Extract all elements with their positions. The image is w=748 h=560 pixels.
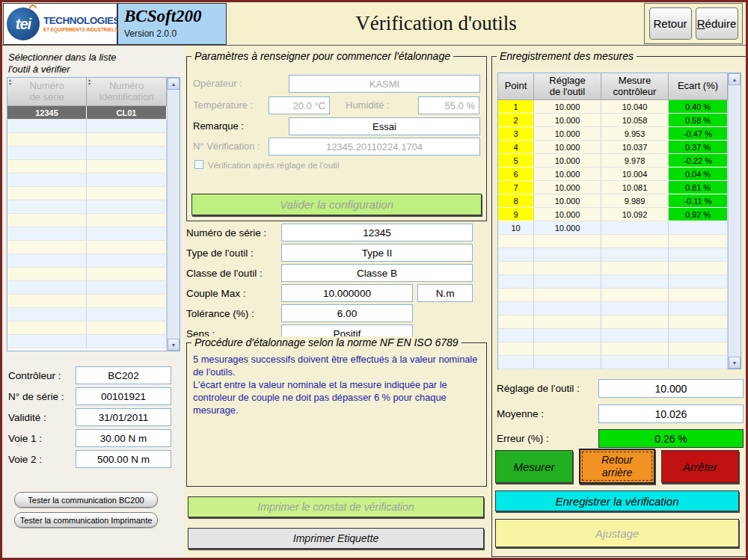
list-item-empty[interactable] — [7, 200, 167, 214]
sort-icon: ▲▼ — [88, 79, 91, 86]
column-header-numero-serie[interactable]: ▲▼ Numéro de série — [7, 78, 87, 106]
list-item-empty[interactable] — [7, 321, 167, 335]
list-item-empty[interactable] — [7, 214, 167, 227]
tool-classe-label: Classe de l'outil : — [186, 268, 281, 279]
cell-ecart: 0.92 % — [669, 208, 728, 221]
list-cell — [87, 254, 167, 268]
retour-arriere-button[interactable]: Retour arrière — [579, 449, 655, 484]
list-cell — [7, 335, 87, 348]
couple-max-unit-field[interactable]: N.m — [417, 284, 473, 302]
list-cell — [7, 227, 87, 241]
cell-ecart — [669, 316, 728, 329]
reglage-outil-field[interactable]: 10.000 — [598, 379, 744, 398]
procedure-group-title: Procédure d'étalonnage selon la norme NF… — [191, 336, 462, 348]
tool-list-scrollbar[interactable]: ▲ ▼ — [167, 78, 180, 351]
arreter-button[interactable]: Arrêter — [661, 450, 739, 483]
cell-ecart — [669, 235, 728, 248]
tool-list-body: 12345CL01 — [7, 106, 167, 348]
list-cell — [87, 173, 167, 187]
remarque-field[interactable]: Essai — [289, 117, 480, 135]
numero-serie-controleur-field[interactable]: 00101921 — [76, 387, 171, 405]
cell-ecart — [669, 262, 728, 275]
column-header-point: Point — [498, 73, 534, 100]
cell-reglage — [534, 235, 601, 248]
numero-verification-field[interactable]: 12345.20110224.1704 — [269, 138, 480, 156]
measure-row-empty — [498, 289, 728, 302]
cell-reglage: 10.000 — [534, 167, 601, 181]
ajustage-button[interactable]: Ajustage — [495, 519, 739, 547]
list-item-empty[interactable] — [7, 173, 167, 187]
cell-reglage: 10.000 — [534, 127, 601, 141]
cell-point — [498, 275, 534, 289]
list-cell — [87, 120, 167, 133]
tool-classe-field[interactable]: Classe B — [281, 264, 473, 282]
scroll-down-icon[interactable]: ▼ — [168, 339, 180, 351]
list-item-empty[interactable] — [7, 160, 167, 173]
voie2-field[interactable]: 500.00 N m — [76, 450, 171, 468]
list-item-empty[interactable] — [7, 227, 167, 241]
controleur-label: Contrôleur : — [8, 370, 76, 381]
test-communication-imprimante-button[interactable]: Tester la communication Imprimante — [14, 512, 158, 528]
list-item-empty[interactable] — [7, 335, 167, 348]
cell-reglage — [534, 356, 601, 369]
app-version: Version 2.0.0 — [124, 28, 220, 39]
verification-apres-reglage-checkbox[interactable] — [194, 160, 203, 169]
column-header-mesure: Mesure contrôleur — [601, 73, 669, 100]
voie1-field[interactable]: 30.00 N m — [76, 429, 171, 447]
column-header-ecart: Ecart (%) — [669, 73, 728, 100]
column-header-numero-identification[interactable]: ▲▼ Numéro Identification — [87, 78, 167, 106]
list-item-empty[interactable] — [7, 254, 167, 268]
cell-ecart: -0.11 % — [669, 194, 728, 208]
imprimer-constat-button[interactable]: Imprimer le constat de vérification — [188, 496, 484, 517]
list-item-empty[interactable] — [7, 147, 167, 160]
list-cell — [87, 147, 167, 160]
cell-mesure: 10.058 — [601, 114, 669, 127]
tool-numero-serie-field[interactable]: 12345 — [281, 224, 473, 241]
list-item-empty[interactable] — [7, 268, 167, 281]
humidite-field[interactable]: 55.0 % — [418, 96, 479, 114]
cell-mesure: 10.081 — [601, 181, 669, 194]
list-item-empty[interactable] — [7, 241, 167, 254]
list-item-empty[interactable] — [7, 133, 167, 147]
controleur-field[interactable]: BC202 — [76, 366, 171, 384]
tei-logo: tei TECHNOLOGIES ET EQUIPEMENTS INDUSTRI… — [3, 3, 117, 45]
couple-max-field[interactable]: 10.000000 — [281, 284, 413, 302]
test-communication-bc200-button[interactable]: Tester la communication BC200 — [14, 492, 158, 508]
validite-field[interactable]: 31/01/2011 — [76, 408, 171, 426]
measure-row: 1010.000 — [498, 221, 728, 235]
tool-type-field[interactable]: Type II — [281, 244, 473, 262]
list-item-selected[interactable]: 12345CL01 — [7, 106, 167, 120]
scroll-down-icon[interactable]: ▼ — [729, 357, 741, 369]
reglage-outil-label: Réglage de l'outil : — [497, 383, 580, 394]
mesurer-button[interactable]: Mesurer — [495, 450, 573, 483]
list-item-empty[interactable] — [7, 308, 167, 321]
cell-mesure: 9.978 — [601, 154, 669, 167]
cell-mesure: 10.037 — [601, 141, 669, 154]
cell-ecart: 0.04 % — [669, 167, 728, 181]
operateur-field[interactable]: KASMI — [289, 75, 480, 93]
temperature-field[interactable]: 20.0 °C — [269, 96, 330, 114]
moyenne-field[interactable]: 10.026 — [598, 404, 744, 423]
reduire-button[interactable]: Réduire — [696, 7, 738, 40]
scroll-up-icon[interactable]: ▲ — [729, 73, 741, 85]
scroll-up-icon[interactable]: ▲ — [168, 78, 180, 90]
list-cell — [7, 200, 87, 214]
list-item-empty[interactable] — [7, 187, 167, 200]
enregistrer-verification-button[interactable]: Enregistrer la vérification — [495, 490, 739, 511]
tolerance-label: Tolérance (%) : — [186, 308, 281, 319]
list-item-empty[interactable] — [7, 120, 167, 133]
tool-info-fields: Numéro de série : 12345 Type de l'outil … — [186, 224, 487, 342]
tolerance-field[interactable]: 6.00 — [281, 304, 413, 322]
measures-groupbox: Enregistrement des mesures Point Réglage… — [491, 56, 747, 557]
list-item-empty[interactable] — [7, 295, 167, 308]
cell-ecart: 0.81 % — [669, 181, 728, 194]
list-item-empty[interactable] — [7, 281, 167, 295]
imprimer-etiquette-button[interactable]: Imprimer Etiquette — [188, 528, 484, 549]
valider-configuration-button[interactable]: Valider la configuration — [191, 194, 482, 215]
retour-button[interactable]: Retour — [649, 7, 692, 40]
cell-reglage — [534, 342, 601, 356]
operateur-label: Opérateur : — [193, 78, 242, 89]
list-cell — [7, 120, 87, 133]
cell-reglage — [534, 248, 601, 262]
measures-table-scrollbar[interactable]: ▲ ▼ — [728, 73, 741, 369]
